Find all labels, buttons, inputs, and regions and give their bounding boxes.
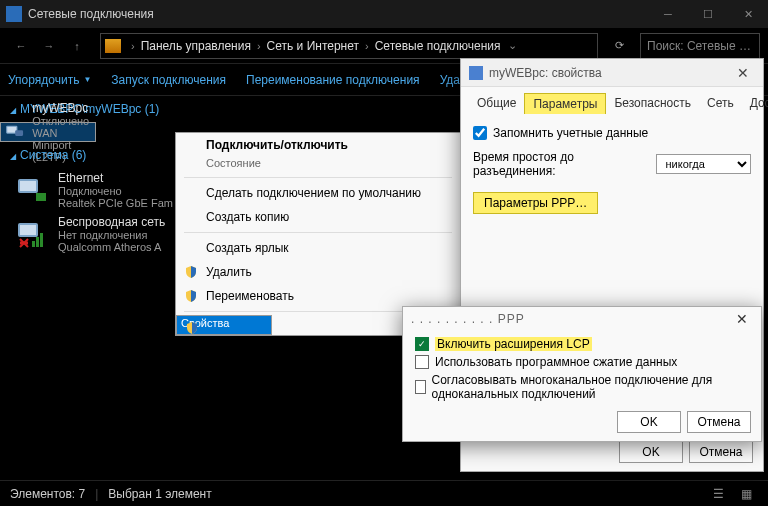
wifi-disconnected-icon	[16, 219, 50, 249]
cancel-button[interactable]: Отмена	[687, 411, 751, 433]
app-icon	[6, 6, 22, 22]
ethernet-icon	[16, 175, 50, 205]
view-details-button[interactable]: ☰	[706, 485, 730, 503]
ctx-rename[interactable]: Переименовать	[176, 284, 460, 308]
idle-timeout-label: Время простоя до разъединения:	[473, 150, 656, 178]
software-compression-label: Использовать программное сжатие данных	[435, 355, 677, 369]
dialog-title-bar[interactable]: myWEBpc: свойства ✕	[461, 59, 763, 87]
idle-timeout-select[interactable]: никогда	[656, 154, 751, 174]
refresh-button[interactable]: ⟳	[606, 33, 632, 59]
svg-rect-2	[15, 130, 23, 136]
organize-menu[interactable]: Упорядочить▼	[8, 73, 91, 87]
ctx-shortcut[interactable]: Создать ярлык	[176, 236, 460, 260]
ok-button[interactable]: OK	[619, 441, 683, 463]
connection-item-mywebpc[interactable]: myWEBpc Отключено WAN Miniport (L2TP)	[0, 122, 96, 142]
status-element-count: Элементов: 7	[10, 487, 85, 501]
remember-credentials-checkbox[interactable]	[473, 126, 487, 140]
svg-rect-7	[20, 225, 36, 235]
chevron-right-icon: ›	[361, 40, 373, 52]
dialog-close-button[interactable]: ✕	[731, 65, 755, 81]
search-input[interactable]: Поиск: Сетевые …	[640, 33, 760, 59]
window-title: Сетевые подключения	[28, 7, 648, 21]
back-button[interactable]: ←	[8, 33, 34, 59]
svg-rect-1	[7, 127, 16, 133]
svg-rect-9	[36, 237, 39, 247]
connection-state: Отключено	[32, 115, 91, 127]
svg-rect-4	[20, 181, 36, 191]
breadcrumb-dropdown[interactable]: ⌄	[502, 39, 522, 52]
connection-state: Подключено	[58, 185, 173, 197]
title-bar: Сетевые подключения ─ ☐ ✕	[0, 0, 768, 28]
connection-state: Нет подключения	[58, 229, 165, 241]
view-icons-button[interactable]: ▦	[734, 485, 758, 503]
crumb-network-connections[interactable]: Сетевые подключения	[373, 39, 503, 53]
svg-rect-10	[40, 233, 43, 247]
ctx-copy[interactable]: Создать копию	[176, 205, 460, 229]
tab-network[interactable]: Сеть	[699, 93, 742, 114]
cancel-button[interactable]: Отмена	[689, 441, 753, 463]
chevron-down-icon: ◢	[10, 152, 16, 161]
connection-name: myWEBpc	[32, 101, 91, 115]
ppp-dialog: . . . . . . . . . . PPP ✕ ✓ Включить рас…	[402, 306, 762, 442]
separator	[184, 177, 452, 178]
svg-rect-8	[32, 241, 35, 247]
status-selection: Выбран 1 элемент	[108, 487, 211, 501]
ctx-properties[interactable]: Свойства	[176, 315, 272, 335]
tab-general[interactable]: Общие	[469, 93, 524, 114]
tab-options[interactable]: Параметры	[524, 93, 606, 114]
ppp-settings-button[interactable]: Параметры PPP…	[473, 192, 598, 214]
enable-lcp-checkbox[interactable]: ✓	[415, 337, 429, 351]
crumb-control-panel[interactable]: Панель управления	[139, 39, 253, 53]
status-bar: Элементов: 7 | Выбран 1 элемент ☰ ▦	[0, 480, 768, 506]
maximize-button[interactable]: ☐	[688, 0, 728, 28]
ok-button[interactable]: OK	[617, 411, 681, 433]
tab-access[interactable]: Доступ	[742, 93, 768, 114]
start-connection-button[interactable]: Запуск подключения	[111, 73, 226, 87]
close-button[interactable]: ✕	[728, 0, 768, 28]
minimize-button[interactable]: ─	[648, 0, 688, 28]
crumb-network-internet[interactable]: Сеть и Интернет	[265, 39, 361, 53]
svg-rect-5	[36, 193, 46, 201]
chevron-right-icon: ›	[253, 40, 265, 52]
dialog-title: myWEBpc: свойства	[489, 66, 731, 80]
multilink-checkbox[interactable]	[415, 380, 426, 394]
multilink-label: Согласовывать многоканальное подключение…	[432, 373, 750, 401]
chevron-down-icon: ▼	[83, 75, 91, 84]
enable-lcp-label: Включить расширения LCP	[435, 337, 592, 351]
dialog-close-button[interactable]: ✕	[731, 311, 753, 327]
ctx-status: Состояние	[176, 157, 460, 174]
shield-icon	[184, 265, 198, 279]
connection-device: Qualcomm Atheros A	[58, 241, 165, 253]
software-compression-checkbox[interactable]	[415, 355, 429, 369]
vpn-icon	[5, 117, 24, 147]
breadcrumb-bar[interactable]: › Панель управления › Сеть и Интернет › …	[100, 33, 598, 59]
dialog-icon	[469, 66, 483, 80]
chevron-right-icon: ›	[127, 40, 139, 52]
ctx-connect[interactable]: Подключить/отключить	[176, 133, 460, 157]
connection-device: Realtek PCIe GbE Fam	[58, 197, 173, 209]
folder-icon	[105, 39, 121, 53]
remember-credentials-label: Запомнить учетные данные	[493, 126, 648, 140]
separator	[184, 232, 452, 233]
shield-icon	[185, 321, 199, 335]
tab-strip: Общие Параметры Безопасность Сеть Доступ	[461, 87, 763, 114]
dialog-title-bar[interactable]: . . . . . . . . . . PPP ✕	[403, 307, 761, 331]
shield-icon	[184, 289, 198, 303]
forward-button[interactable]: →	[36, 33, 62, 59]
up-button[interactable]: ↑	[64, 33, 90, 59]
connection-name: Беспроводная сеть	[58, 215, 165, 229]
dialog-title: . . . . . . . . . . PPP	[411, 312, 731, 326]
rename-connection-button[interactable]: Переименование подключения	[246, 73, 420, 87]
connection-name: Ethernet	[58, 171, 173, 185]
chevron-down-icon: ◢	[10, 106, 16, 115]
tab-security[interactable]: Безопасность	[606, 93, 699, 114]
ctx-delete[interactable]: Удалить	[176, 260, 460, 284]
ctx-default[interactable]: Сделать подключением по умолчанию	[176, 181, 460, 205]
